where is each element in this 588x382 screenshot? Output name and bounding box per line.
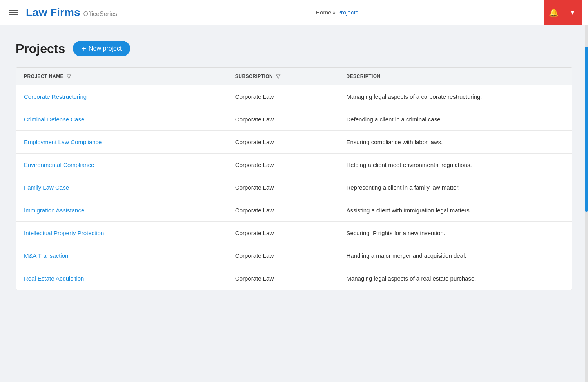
- cell-project-name: Intellectual Property Protection: [16, 222, 227, 244]
- cell-project-name: Real Estate Acquisition: [16, 267, 227, 290]
- col-header-subscription: SUBSCRIPTION ▽: [227, 68, 339, 85]
- breadcrumb-separator: »: [333, 10, 336, 15]
- table-row: Intellectual Property ProtectionCorporat…: [16, 222, 572, 244]
- cell-description: Securing IP rights for a new invention.: [338, 222, 572, 244]
- cell-subscription: Corporate Law: [227, 176, 339, 199]
- logo-title: Law Firms: [26, 6, 80, 19]
- cell-description: Managing legal aspects of a corporate re…: [338, 85, 572, 108]
- table-row: Real Estate AcquisitionCorporate LawMana…: [16, 267, 572, 290]
- scrollbar-track: [585, 0, 588, 382]
- cell-subscription: Corporate Law: [227, 108, 339, 131]
- new-project-button[interactable]: + New project: [73, 41, 130, 56]
- project-name-link[interactable]: Employment Law Compliance: [24, 139, 102, 145]
- cell-project-name: Immigration Assistance: [16, 199, 227, 222]
- cell-description: Ensuring compliance with labor laws.: [338, 131, 572, 154]
- project-name-link[interactable]: Intellectual Property Protection: [24, 230, 104, 236]
- logo: Law Firms OfficeSeries: [26, 6, 117, 19]
- cell-project-name: Employment Law Compliance: [16, 131, 227, 154]
- cell-project-name: Criminal Defense Case: [16, 108, 227, 131]
- cell-subscription: Corporate Law: [227, 85, 339, 108]
- chevron-down-icon: ▾: [571, 8, 574, 17]
- filter-subscription-icon[interactable]: ▽: [276, 73, 280, 80]
- scrollbar-thumb: [585, 47, 588, 212]
- cell-project-name: Family Law Case: [16, 176, 227, 199]
- cell-project-name: Corporate Restructuring: [16, 85, 227, 108]
- cell-description: Handling a major merger and acquisition …: [338, 244, 572, 267]
- col-header-name: PROJECT NAME ▽: [16, 68, 227, 85]
- notification-bell-button[interactable]: 🔔: [544, 0, 563, 25]
- menu-icon[interactable]: [6, 5, 21, 20]
- plus-icon: +: [82, 45, 86, 53]
- project-name-link[interactable]: Family Law Case: [24, 184, 69, 191]
- cell-subscription: Corporate Law: [227, 199, 339, 222]
- cell-subscription: Corporate Law: [227, 131, 339, 154]
- breadcrumb-home[interactable]: Home: [316, 9, 331, 16]
- project-name-link[interactable]: M&A Transaction: [24, 252, 68, 259]
- cell-project-name: Environmental Compliance: [16, 154, 227, 176]
- cell-project-name: M&A Transaction: [16, 244, 227, 267]
- user-dropdown-button[interactable]: ▾: [563, 0, 582, 25]
- table-row: M&A TransactionCorporate LawHandling a m…: [16, 244, 572, 267]
- cell-subscription: Corporate Law: [227, 244, 339, 267]
- projects-table-container: PROJECT NAME ▽ SUBSCRIPTION ▽ DESCRIPTIO…: [16, 67, 572, 290]
- project-name-link[interactable]: Real Estate Acquisition: [24, 275, 84, 282]
- cell-description: Assisting a client with immigration lega…: [338, 199, 572, 222]
- cell-description: Managing legal aspects of a real estate …: [338, 267, 572, 290]
- page-header: Projects + New project: [16, 41, 572, 56]
- cell-subscription: Corporate Law: [227, 154, 339, 176]
- cell-description: Helping a client meet environmental regu…: [338, 154, 572, 176]
- table-row: Employment Law ComplianceCorporate LawEn…: [16, 131, 572, 154]
- bell-icon: 🔔: [549, 8, 559, 17]
- logo-subtitle: OfficeSeries: [83, 11, 117, 18]
- cell-description: Representing a client in a family law ma…: [338, 176, 572, 199]
- filter-name-icon[interactable]: ▽: [67, 73, 71, 80]
- project-name-link[interactable]: Environmental Compliance: [24, 161, 94, 168]
- col-header-description: DESCRIPTION: [338, 68, 572, 85]
- col-description-label: DESCRIPTION: [346, 74, 380, 79]
- cell-subscription: Corporate Law: [227, 222, 339, 244]
- table-row: Family Law CaseCorporate LawRepresenting…: [16, 176, 572, 199]
- table-row: Corporate RestructuringCorporate LawMana…: [16, 85, 572, 108]
- page-title: Projects: [16, 42, 65, 56]
- header-actions: 🔔 ▾: [544, 0, 582, 25]
- breadcrumb-current: Projects: [337, 9, 358, 16]
- breadcrumb: Home » Projects: [130, 9, 544, 16]
- table-header: PROJECT NAME ▽ SUBSCRIPTION ▽ DESCRIPTIO…: [16, 68, 572, 85]
- main-content: Projects + New project PROJECT NAME ▽: [0, 25, 588, 306]
- projects-table: PROJECT NAME ▽ SUBSCRIPTION ▽ DESCRIPTIO…: [16, 68, 572, 290]
- project-name-link[interactable]: Immigration Assistance: [24, 207, 84, 214]
- table-row: Environmental ComplianceCorporate LawHel…: [16, 154, 572, 176]
- table-body: Corporate RestructuringCorporate LawMana…: [16, 85, 572, 290]
- col-name-label: PROJECT NAME: [24, 74, 64, 79]
- col-subscription-label: SUBSCRIPTION: [235, 74, 273, 79]
- header: Law Firms OfficeSeries Home » Projects 🔔…: [0, 0, 588, 25]
- table-row: Immigration AssistanceCorporate LawAssis…: [16, 199, 572, 222]
- cell-subscription: Corporate Law: [227, 267, 339, 290]
- table-row: Criminal Defense CaseCorporate LawDefend…: [16, 108, 572, 131]
- cell-description: Defending a client in a criminal case.: [338, 108, 572, 131]
- project-name-link[interactable]: Criminal Defense Case: [24, 116, 84, 123]
- project-name-link[interactable]: Corporate Restructuring: [24, 93, 87, 100]
- new-project-label: New project: [89, 45, 122, 52]
